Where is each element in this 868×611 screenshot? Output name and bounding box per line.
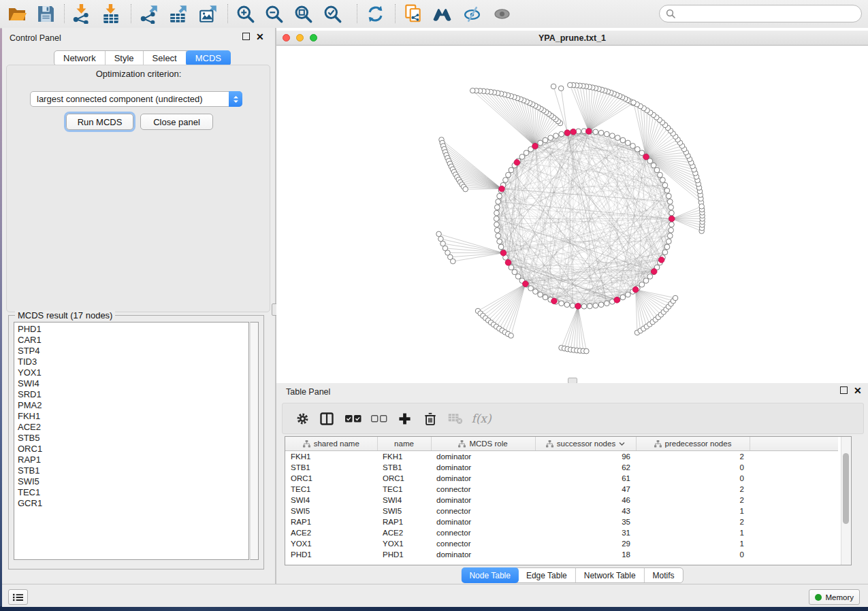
column-header-predecessor-nodes[interactable]: predecessor nodes [636, 437, 750, 451]
mcds-result-item[interactable]: RAP1 [18, 455, 248, 465]
mcds-result-item[interactable]: ACE2 [18, 422, 248, 433]
table-cell[interactable]: YOX1 [377, 538, 431, 549]
table-cell[interactable]: RAP1 [377, 516, 431, 527]
table-cell[interactable]: dominator [431, 473, 535, 484]
mcds-result-item[interactable]: STB1 [18, 465, 248, 476]
table-cell[interactable]: STB1 [285, 462, 377, 473]
find-button[interactable] [429, 2, 455, 25]
table-row[interactable]: STB1STB1dominator620 [285, 462, 838, 473]
table-row[interactable]: PHD1PHD1dominator180 [285, 549, 838, 560]
network-window-titlebar[interactable]: YPA_prune.txt_1 [276, 31, 868, 46]
mcds-result-item[interactable]: TEC1 [18, 487, 248, 498]
table-cell[interactable]: SWI5 [285, 506, 377, 516]
open-file-button[interactable] [4, 2, 30, 25]
table-cell[interactable]: STB1 [377, 462, 431, 473]
table-cell[interactable]: 0 [636, 549, 750, 560]
table-cell[interactable]: dominator [431, 516, 535, 527]
show-all-button[interactable] [489, 2, 515, 25]
mcds-result-item[interactable]: CAR1 [18, 335, 248, 346]
table-cell[interactable]: PHD1 [377, 549, 431, 560]
run-mcds-button[interactable]: Run MCDS [66, 114, 133, 130]
select-all-checkboxes-button[interactable] [342, 408, 364, 429]
mcds-result-item[interactable]: GCR1 [18, 498, 248, 509]
table-cell[interactable]: connector [431, 506, 535, 516]
table-cell[interactable]: connector [431, 538, 535, 549]
table-cell[interactable]: 2 [636, 495, 750, 506]
import-table-button[interactable] [98, 2, 124, 25]
table-cell[interactable]: SWI4 [377, 495, 431, 506]
tab-node-table[interactable]: Node Table [461, 567, 519, 583]
tab-network[interactable]: Network [54, 51, 106, 65]
table-cell[interactable]: dominator [431, 549, 535, 560]
export-image-button[interactable] [195, 2, 221, 25]
add-column-button[interactable] [393, 408, 415, 429]
column-header-mcds-role[interactable]: MCDS role [431, 437, 535, 451]
mcds-result-item[interactable]: ORC1 [18, 444, 248, 455]
export-network-button[interactable] [136, 2, 162, 25]
table-cell[interactable]: 35 [535, 516, 636, 527]
mcds-result-item[interactable]: SRD1 [18, 389, 248, 400]
zoom-out-button[interactable] [261, 2, 287, 25]
delete-columns-button[interactable] [419, 408, 441, 429]
table-row[interactable]: RAP1RAP1dominator352 [285, 516, 838, 527]
table-cell[interactable]: TEC1 [377, 484, 431, 495]
table-cell[interactable]: 62 [535, 462, 636, 473]
deselect-all-checkboxes-button[interactable] [368, 408, 390, 429]
table-cell[interactable]: TEC1 [285, 484, 377, 495]
table-cell[interactable]: 2 [636, 484, 750, 495]
optimization-criterion-select[interactable]: largest connected component (undirected) [30, 91, 242, 107]
network-canvas[interactable] [276, 46, 868, 383]
zoom-in-button[interactable] [232, 2, 258, 25]
mcds-result-list[interactable]: PHD1CAR1STP4TID3YOX1SWI4SRD1PMA2FKH1ACE2… [14, 322, 249, 560]
new-network-from-selection-button[interactable] [400, 2, 426, 25]
close-panel-button[interactable]: Close panel [140, 114, 213, 130]
table-row[interactable]: ORC1ORC1dominator610 [285, 473, 838, 484]
tab-style[interactable]: Style [106, 51, 144, 65]
table-cell[interactable]: ORC1 [377, 473, 431, 484]
column-header-name[interactable]: name [377, 437, 431, 451]
table-cell[interactable]: dominator [431, 495, 535, 506]
table-cell[interactable]: 2 [636, 451, 750, 463]
mcds-result-item[interactable]: STB5 [18, 433, 248, 444]
tab-mcds[interactable]: MCDS [186, 50, 231, 66]
table-row[interactable]: ACE2ACE2connector311 [285, 527, 838, 538]
network-graph[interactable] [276, 46, 868, 383]
table-cell[interactable]: 46 [535, 495, 636, 506]
mcds-result-item[interactable]: SWI5 [18, 476, 248, 487]
zoom-fit-button[interactable] [290, 2, 316, 25]
mcds-result-item[interactable]: PMA2 [18, 400, 248, 411]
table-cell[interactable]: 96 [535, 451, 636, 463]
import-network-button[interactable] [69, 2, 95, 25]
table-cell[interactable]: ORC1 [285, 473, 377, 484]
table-cell[interactable]: YOX1 [285, 538, 377, 549]
table-cell[interactable]: 29 [535, 538, 636, 549]
table-cell[interactable]: 2 [636, 516, 750, 527]
table-settings-button[interactable] [291, 408, 313, 429]
mcds-result-item[interactable]: STP4 [18, 346, 248, 357]
table-cell[interactable]: FKH1 [285, 451, 377, 463]
table-cell[interactable]: connector [431, 527, 535, 538]
mcds-result-item[interactable]: YOX1 [18, 367, 248, 378]
table-cell[interactable]: dominator [431, 462, 535, 473]
mcds-result-scrollbar[interactable] [250, 322, 259, 560]
table-cell[interactable]: 1 [636, 538, 750, 549]
mcds-result-item[interactable]: TID3 [18, 357, 248, 367]
table-cell[interactable]: 43 [535, 506, 636, 516]
table-row[interactable]: YOX1YOX1connector291 [285, 538, 838, 549]
split-view-button[interactable] [316, 408, 338, 429]
float-panel-icon[interactable] [840, 386, 848, 394]
column-header-successor-nodes[interactable]: successor nodes [535, 437, 636, 451]
table-scrollbar[interactable] [841, 437, 851, 565]
column-header-shared-name[interactable]: shared name [285, 437, 377, 451]
table-row[interactable]: SWI5SWI5connector431 [285, 506, 838, 516]
table-cell[interactable]: 47 [535, 484, 636, 495]
export-table-button[interactable] [165, 2, 191, 25]
table-cell[interactable]: 0 [636, 473, 750, 484]
table-cell[interactable]: dominator [431, 451, 535, 463]
zoom-selected-button[interactable] [319, 2, 345, 25]
search-input[interactable] [679, 8, 861, 20]
table-cell[interactable]: 0 [636, 462, 750, 473]
tab-select[interactable]: Select [144, 51, 187, 65]
hide-selected-button[interactable] [459, 2, 485, 25]
table-cell[interactable]: 61 [535, 473, 636, 484]
